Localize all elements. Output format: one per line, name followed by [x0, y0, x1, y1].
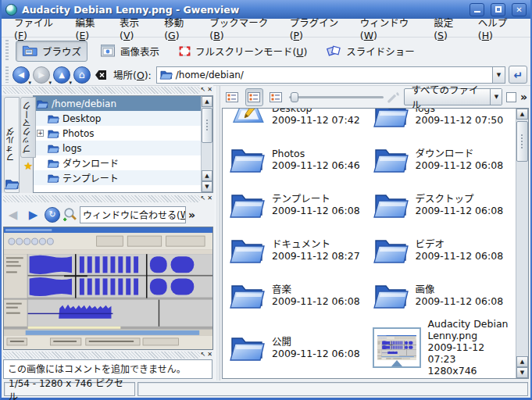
scroll-thumb[interactable]: [202, 108, 212, 143]
file-date: 2009-11-12 07:23: [428, 341, 485, 365]
tree-item-templates[interactable]: テンプレート: [34, 170, 201, 185]
reload-button[interactable]: ↻: [45, 207, 60, 223]
file-item-desktop-ja[interactable]: デスクトップ2009-11-12 06:08: [373, 182, 516, 227]
fullscreen-button[interactable]: フルスクリーンモード(U): [172, 41, 313, 62]
file-item-logs[interactable]: logs2009-11-12 07:50: [373, 109, 516, 137]
slider-thumb[interactable]: [291, 92, 298, 102]
view-mode-list-button[interactable]: [223, 88, 241, 106]
zoom-icon[interactable]: [62, 207, 77, 222]
home-button[interactable]: ⌂: [73, 66, 91, 84]
toolbar-handle[interactable]: [5, 66, 9, 83]
file-dimensions: 1280x746: [428, 365, 477, 377]
tree-item-label: ダウンロード: [62, 156, 119, 170]
file-filter-combo[interactable]: すべてのファイル ▼: [404, 88, 502, 105]
toolbar-handle[interactable]: [5, 40, 9, 62]
dock-close-icon[interactable]: ✕: [207, 350, 212, 359]
tree-item-desktop[interactable]: Desktop: [34, 111, 201, 126]
scroll-up-icon: ▲: [520, 111, 524, 117]
file-name: ドキュメント: [272, 238, 330, 250]
image-view-button[interactable]: 画像表示: [94, 41, 166, 62]
file-item-public[interactable]: 公開2009-11-12 06:08: [229, 318, 373, 377]
scroll-up-button[interactable]: ▲: [202, 96, 212, 107]
tree-dock-handle[interactable]: ↖ ✕: [3, 87, 213, 94]
clear-location-icon[interactable]: [95, 70, 108, 80]
next-image-button[interactable]: ▶: [24, 205, 42, 224]
scroll-down-button[interactable]: ▼: [516, 367, 528, 378]
file-item-photos[interactable]: Photos2009-11-12 06:46: [229, 137, 373, 182]
file-item-desktop[interactable]: Desktop2009-11-12 07:42: [229, 109, 373, 137]
filter-value: すべてのファイル: [405, 89, 490, 105]
file-date: 2009-11-12 08:27: [272, 250, 360, 262]
file-name: ビデオ: [416, 238, 445, 250]
forward-dropdown-icon[interactable]: ▾: [48, 80, 52, 86]
status-message-area: [137, 382, 528, 396]
preview-dock: ↖ ✕ ◀ ▶ ↻ ウィンドウに合わせる(W) »: [2, 195, 215, 351]
slideshow-label: スライドショー: [346, 44, 415, 59]
back-button[interactable]: ◀ ▾: [12, 66, 30, 84]
tree-item-downloads[interactable]: ダウンロード: [34, 155, 201, 170]
forward-button[interactable]: ▶ ▾: [33, 66, 50, 84]
dock-float-icon[interactable]: ↖: [201, 194, 206, 202]
file-item-templates[interactable]: テンプレート2009-11-12 06:08: [229, 182, 373, 227]
preview-dock-handle[interactable]: ↖ ✕: [3, 195, 213, 202]
scroll-down-button[interactable]: ▼: [202, 181, 212, 192]
thumbnail-size-slider[interactable]: [289, 91, 384, 102]
up-dropdown-icon[interactable]: ▾: [69, 80, 72, 86]
folder-icon: [373, 109, 409, 129]
file-view-scrollbar[interactable]: ▲ ▲ ▼: [516, 109, 528, 378]
scroll-up-button2[interactable]: ▲: [202, 170, 212, 181]
comment-dock-handle[interactable]: ↖ ✕: [3, 352, 213, 359]
tree-item-logs[interactable]: logs: [34, 141, 201, 155]
dock-close-icon[interactable]: ✕: [207, 194, 212, 202]
scroll-up-button[interactable]: ▲: [516, 109, 528, 120]
filterbar-overflow-icon[interactable]: »: [520, 91, 527, 103]
view-mode-detail-button[interactable]: [267, 88, 285, 106]
file-item-documents[interactable]: ドキュメント2009-11-12 08:27: [229, 227, 373, 273]
up-button[interactable]: ▲ ▾: [53, 66, 70, 84]
folder-icon: [229, 190, 265, 220]
toolbar-overflow-icon[interactable]: »: [188, 209, 195, 221]
panel-splitter[interactable]: [215, 86, 220, 380]
tab-bookmarks[interactable]: ブックマーク: [20, 97, 36, 158]
status-image-info: 1/54 - 1280 x 746 ピクセル: [4, 382, 135, 396]
wrench-icon[interactable]: [387, 91, 400, 104]
file-name: 公開: [272, 336, 291, 348]
folder-tab-icon[interactable]: [4, 177, 20, 191]
statusbar: 1/54 - 1280 x 746 ピクセル: [2, 380, 530, 398]
tree-item-photos[interactable]: + Photos: [34, 126, 201, 141]
file-pane: すべてのファイル ▼ » Desktop2009-11-12 07:42: [220, 86, 530, 380]
location-input[interactable]: /home/debian/ ▼: [156, 66, 505, 84]
zoom-mode-combo[interactable]: ウィンドウに合わせる(W): [80, 206, 186, 223]
browse-icon: [22, 44, 38, 58]
expander-plus-icon[interactable]: +: [37, 130, 44, 137]
fullscreen-icon: [178, 45, 191, 57]
filter-checkbox[interactable]: [506, 92, 516, 102]
preview-image[interactable]: [3, 227, 213, 350]
scroll-up-button2[interactable]: ▲: [516, 356, 528, 367]
filter-dropdown-button[interactable]: ▼: [490, 89, 502, 105]
location-dropdown-button[interactable]: ▼: [492, 67, 505, 83]
previous-image-button[interactable]: ◀: [4, 205, 22, 224]
view-mode-thumbnail-button[interactable]: [245, 88, 263, 106]
go-enter-icon: ↵: [513, 69, 523, 81]
dock-float-icon[interactable]: ↖: [201, 350, 206, 359]
scroll-down-icon: ▼: [205, 184, 209, 190]
main-area: ↖ ✕ フォルダ ブックマーク ★: [2, 86, 530, 380]
go-button[interactable]: ↵: [509, 66, 527, 84]
selected-thumbnail[interactable]: [373, 327, 421, 368]
browse-mode-button[interactable]: ブラウズ: [16, 41, 87, 62]
file-item-audacity-png[interactable]: Audacity Debian Lenny.png 2009-11-12 07:…: [373, 318, 516, 377]
file-item-pictures[interactable]: 画像2009-11-12 06:08: [373, 273, 516, 318]
dock-float-icon[interactable]: ↖: [201, 85, 206, 94]
slideshow-button[interactable]: スライドショー: [320, 41, 421, 62]
dock-close-icon[interactable]: ✕: [207, 85, 212, 94]
file-name: Desktop: [272, 109, 312, 114]
main-toolbar: ブラウズ 画像表示 フルスクリーンモード(U) スライドショー: [2, 38, 530, 64]
file-item-videos[interactable]: ビデオ2009-11-12 06:08: [373, 227, 516, 273]
scroll-thumb[interactable]: [516, 121, 528, 162]
back-dropdown-icon[interactable]: ▾: [28, 80, 31, 86]
tree-item-root[interactable]: /home/debian: [34, 96, 201, 111]
file-item-music[interactable]: 音楽2009-11-12 06:08: [229, 273, 373, 318]
file-item-downloads[interactable]: ダウンロード2009-11-12 06:08: [373, 137, 516, 182]
tree-scrollbar[interactable]: ▲ ▲ ▼: [201, 96, 212, 192]
